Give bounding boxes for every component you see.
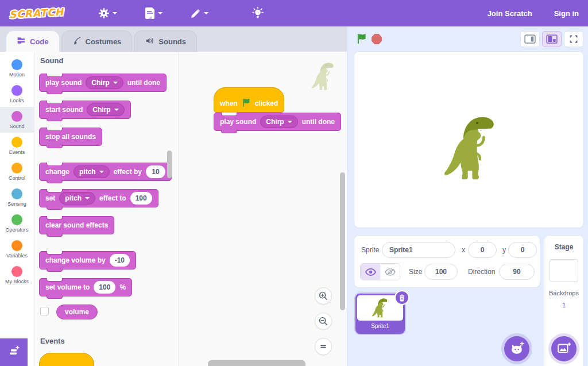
green-flag-button[interactable]	[354, 32, 369, 47]
add-backdrop-button[interactable]	[551, 336, 577, 361]
block-volume-reporter[interactable]: volume	[56, 305, 98, 319]
number-input[interactable]: 100	[94, 281, 115, 294]
block-palette: Sound play sound Chirp until done start …	[34, 52, 179, 366]
zoom-out-button[interactable]	[315, 313, 332, 330]
zoom-in-button[interactable]	[315, 287, 332, 305]
chevron-down-icon	[113, 82, 118, 84]
chevron-down-icon	[158, 12, 163, 14]
category-looks[interactable]: Looks	[0, 81, 34, 107]
dinosaur-sprite[interactable]	[440, 113, 501, 186]
size-input[interactable]: 100	[424, 264, 458, 280]
stop-button[interactable]	[369, 32, 384, 47]
delete-sprite-button[interactable]	[394, 290, 409, 305]
block-start-sound[interactable]: start sound Chirp	[39, 101, 131, 119]
gear-icon	[98, 7, 110, 19]
sound-dropdown[interactable]: Chirp	[260, 115, 297, 128]
number-input[interactable]: 10	[146, 165, 165, 178]
block-stop-all-sounds[interactable]: stop all sounds	[39, 128, 102, 146]
category-sensing[interactable]: Sensing	[0, 184, 34, 210]
effect-dropdown[interactable]: pitch	[74, 165, 110, 178]
script-play-sound-until-done[interactable]: play sound Chirp until done	[214, 113, 341, 131]
speaker-icon	[145, 36, 154, 47]
file-menu[interactable]	[145, 7, 163, 19]
category-motion[interactable]: Motion	[0, 55, 34, 81]
looks-color-dot	[11, 85, 22, 96]
sprite-info-panel: Sprite Sprite1 x 0 y 0	[354, 236, 540, 287]
sound-dropdown[interactable]: Chirp	[87, 103, 124, 116]
block-change-pitch-effect[interactable]: change pitch effect by 10	[39, 163, 172, 181]
sprite-list: Sprite1	[354, 287, 540, 366]
number-input[interactable]: 100	[130, 192, 152, 205]
join-scratch-link[interactable]: Join Scratch	[488, 9, 532, 18]
direction-input[interactable]: 90	[499, 264, 535, 280]
green-flag-icon	[242, 98, 251, 109]
tab-costumes-label: Costumes	[86, 37, 122, 46]
large-stage-button[interactable]	[542, 31, 562, 47]
stage-selector-panel[interactable]: Stage Backdrops 1	[544, 236, 583, 366]
tab-sounds[interactable]: Sounds	[134, 30, 197, 52]
show-sprite-button[interactable]	[361, 264, 380, 280]
sprite-card-name: Sprite1	[357, 323, 403, 329]
stop-octagon-icon	[372, 34, 382, 44]
chevron-down-icon	[204, 12, 208, 14]
tutorials-menu[interactable]	[252, 7, 264, 20]
zoom-controls	[315, 287, 332, 355]
y-position-input[interactable]: 0	[508, 242, 537, 258]
category-myblocks[interactable]: My Blocks	[0, 262, 34, 288]
lightbulb-icon	[252, 7, 264, 20]
control-color-dot	[11, 163, 22, 174]
sensing-color-dot	[11, 188, 22, 199]
effect-dropdown[interactable]: pitch	[59, 192, 95, 205]
number-input[interactable]: -10	[110, 254, 130, 267]
direction-label: Direction	[468, 268, 495, 276]
add-sprite-button[interactable]	[504, 336, 529, 361]
events-color-dot	[11, 137, 22, 148]
backdrops-label: Backdrops	[549, 290, 579, 296]
edit-menu[interactable]	[190, 8, 208, 19]
chevron-down-icon	[85, 197, 90, 199]
sprite-card-sprite1[interactable]: Sprite1	[355, 294, 405, 334]
block-play-sound-until-done[interactable]: play sound Chirp until done	[39, 74, 167, 92]
tab-code[interactable]: Code	[6, 30, 60, 52]
sprite-name-input[interactable]: Sprite1	[382, 242, 455, 258]
pencil-icon	[190, 8, 201, 19]
y-label: y	[502, 246, 506, 254]
category-events[interactable]: Events	[0, 133, 34, 159]
block-set-volume[interactable]: set volume to 100 %	[39, 278, 132, 296]
category-variables[interactable]: Variables	[0, 236, 34, 262]
category-control[interactable]: Control	[0, 159, 34, 184]
category-operators[interactable]: Operators	[0, 210, 34, 236]
stage-size-controls	[520, 31, 583, 47]
tab-costumes[interactable]: Costumes	[61, 30, 133, 52]
add-extension-button[interactable]	[0, 338, 28, 366]
menu-bar: SCRATCH	[0, 0, 588, 26]
operators-color-dot	[11, 214, 22, 225]
tab-strip: Code Costumes Sounds	[0, 26, 347, 52]
block-set-pitch-effect[interactable]: set pitch effect to 100	[39, 189, 158, 207]
code-canvas[interactable]: when clicked play sound Chirp	[179, 52, 347, 366]
small-stage-button[interactable]	[520, 31, 540, 47]
code-vertical-scrollbar[interactable]	[340, 172, 345, 310]
x-position-input[interactable]: 0	[468, 242, 497, 258]
block-when-flag-clicked-palette[interactable]	[39, 353, 94, 366]
fullscreen-button[interactable]	[564, 31, 583, 47]
volume-monitor-checkbox[interactable]	[40, 307, 49, 315]
stage[interactable]	[354, 52, 583, 228]
palette-scrollbar[interactable]	[167, 151, 172, 178]
script-when-flag-clicked[interactable]: when clicked	[214, 87, 284, 113]
backdrop-thumbnail[interactable]	[550, 259, 578, 282]
code-horizontal-scrollbar[interactable]	[208, 360, 305, 366]
stage-panel-title: Stage	[555, 243, 574, 251]
sound-dropdown[interactable]: Chirp	[86, 76, 123, 89]
sign-in-link[interactable]: Sign in	[554, 9, 579, 18]
zoom-reset-button[interactable]	[315, 338, 332, 355]
scratch-logo[interactable]: SCRATCH	[9, 6, 64, 21]
block-clear-sound-effects[interactable]: clear sound effects	[39, 216, 114, 234]
block-change-volume[interactable]: change volume by -10	[39, 251, 136, 269]
category-sound[interactable]: Sound	[0, 107, 34, 133]
editor-pane: Code Costumes Sounds	[0, 26, 347, 366]
settings-menu[interactable]	[98, 7, 117, 19]
hide-sprite-button[interactable]	[380, 264, 400, 280]
code-blocks-icon	[17, 36, 26, 47]
sound-color-dot	[11, 111, 22, 122]
